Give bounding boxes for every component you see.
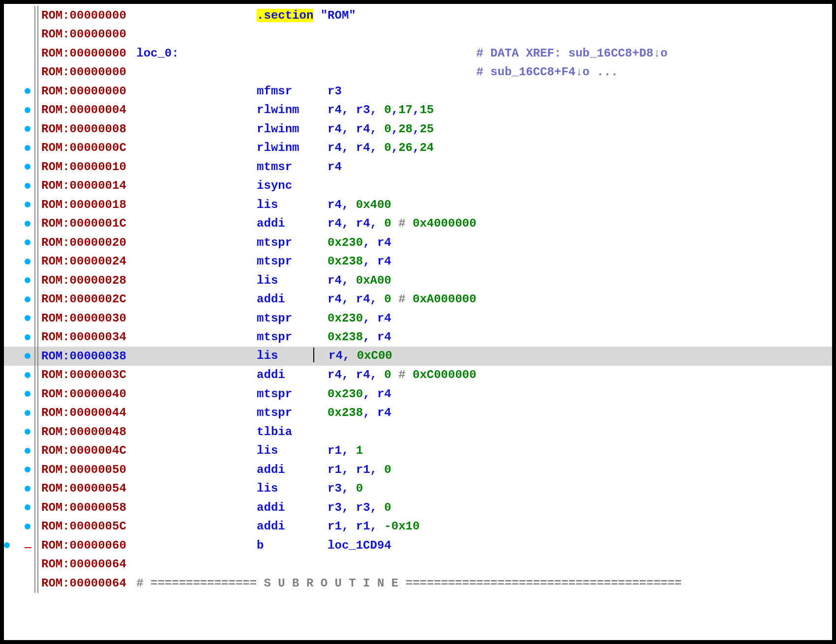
asm-line[interactable]: ROM:00000000 loc_0: # DATA XREF: sub_16C… (4, 44, 832, 63)
code-listing[interactable]: ROM:00000000 .section "ROM"ROM:00000000 … (4, 4, 832, 593)
breakpoint-icon[interactable] (25, 107, 30, 113)
operand-register[interactable]: r3 (328, 501, 342, 514)
asm-line[interactable]: ROM:00000010 mtmsr r4 (4, 157, 832, 176)
breakpoint-icon[interactable] (25, 202, 30, 207)
address[interactable]: ROM:00000028 (38, 274, 133, 287)
disassembly-view[interactable]: ROM:00000000 .section "ROM"ROM:00000000 … (4, 4, 832, 640)
operand-number[interactable]: 0x238 (328, 330, 363, 344)
asm-line[interactable]: ROM:00000018 lis r4, 0x400 (4, 195, 832, 214)
operand-register[interactable]: r1 (356, 463, 370, 476)
operand-register[interactable]: r4 (377, 406, 391, 419)
address[interactable]: ROM:00000000 (38, 47, 133, 60)
breakpoint-icon[interactable] (25, 164, 30, 170)
operand-register[interactable]: r4 (328, 274, 342, 287)
address[interactable]: ROM:00000010 (38, 160, 133, 174)
asm-line[interactable]: ROM:0000005C addi r1, r1, -0x10 (4, 517, 832, 536)
asm-line[interactable]: ROM:00000000 # sub_16CC8+F4↓o ... (4, 63, 832, 82)
operand-register[interactable]: r4 (356, 141, 370, 154)
operand-number[interactable]: 0xA00 (356, 274, 391, 287)
gutter[interactable] (4, 410, 34, 416)
address[interactable]: ROM:00000050 (38, 463, 133, 476)
operand-register[interactable]: loc_1CD94 (328, 539, 391, 552)
operand-register[interactable]: r4 (328, 198, 342, 211)
gutter[interactable] (4, 353, 34, 359)
operand-register[interactable]: r1 (328, 444, 342, 457)
asm-line[interactable]: ROM:00000044 mtspr 0x238, r4 (4, 404, 832, 423)
operand-number[interactable]: 0 (384, 122, 391, 136)
breakpoint-icon[interactable] (25, 429, 30, 435)
address[interactable]: ROM:00000004 (38, 103, 133, 117)
address[interactable]: ROM:00000058 (38, 501, 133, 514)
address[interactable]: ROM:00000060 (38, 539, 133, 552)
address[interactable]: ROM:0000004C (38, 444, 133, 457)
address[interactable]: ROM:00000020 (38, 236, 133, 249)
gutter[interactable] (4, 126, 34, 132)
gutter[interactable] (4, 467, 34, 472)
asm-line[interactable]: ROM:00000020 mtspr 0x230, r4 (4, 233, 832, 252)
address[interactable]: ROM:00000030 (38, 312, 133, 325)
breakpoint-icon[interactable] (25, 410, 30, 416)
gutter[interactable] (4, 391, 34, 397)
address[interactable]: ROM:00000064 (38, 557, 133, 571)
breakpoint-icon[interactable] (25, 391, 30, 397)
operand-number[interactable]: 15 (419, 103, 434, 117)
operand-register[interactable]: r4 (356, 217, 370, 230)
operand-register[interactable]: r4 (377, 387, 391, 401)
operand-number[interactable]: 0 (384, 501, 391, 514)
gutter[interactable] (4, 277, 34, 283)
operand-register[interactable]: r4 (377, 255, 391, 268)
asm-line[interactable]: ROM:00000064 # =============== S U B R O… (4, 574, 832, 593)
operand-register[interactable]: r4 (328, 217, 342, 230)
breakpoint-icon[interactable] (25, 239, 30, 245)
asm-line[interactable]: ROM:00000054 lis r3, 0 (4, 479, 832, 498)
operand-register[interactable]: r4 (328, 122, 342, 136)
address[interactable]: ROM:00000038 (38, 350, 133, 363)
operand-number[interactable]: 0 (384, 463, 391, 476)
asm-line[interactable]: ROM:00000048 tlbia (4, 422, 832, 441)
asm-line[interactable]: ROM:00000028 lis r4, 0xA00 (4, 271, 832, 290)
operand-register[interactable]: r4 (328, 103, 342, 117)
address[interactable]: ROM:00000000 (38, 9, 133, 22)
asm-line[interactable]: ROM:00000000 .section "ROM" (4, 6, 832, 25)
gutter[interactable] (4, 504, 34, 510)
operand-register[interactable]: r1 (328, 520, 342, 533)
operand-register[interactable]: r4 (356, 293, 370, 306)
breakpoint-icon[interactable] (25, 353, 30, 359)
operand-number[interactable]: 17 (398, 103, 413, 117)
gutter[interactable] (4, 164, 34, 170)
gutter[interactable] (4, 145, 34, 151)
operand-number[interactable]: 25 (419, 122, 434, 136)
operand-number[interactable]: 1 (356, 444, 363, 457)
breakpoint-icon[interactable] (25, 259, 30, 264)
address[interactable]: ROM:00000000 (38, 65, 133, 79)
address[interactable]: ROM:00000054 (38, 482, 133, 495)
address[interactable]: ROM:00000000 (38, 28, 133, 41)
operand-number[interactable]: 0x400 (356, 198, 391, 211)
breakpoint-icon[interactable] (25, 467, 30, 472)
operand-number[interactable]: 0x230 (328, 312, 363, 325)
gutter[interactable] (4, 315, 34, 321)
operand-register[interactable]: r3 (328, 85, 342, 98)
breakpoint-icon[interactable] (4, 542, 10, 548)
gutter[interactable] (4, 221, 34, 227)
breakpoint-icon[interactable] (25, 183, 30, 189)
gutter[interactable] (4, 524, 34, 529)
operand-number[interactable]: 0 (384, 368, 391, 381)
breakpoint-icon[interactable] (25, 504, 30, 510)
gutter[interactable] (4, 107, 34, 113)
asm-line[interactable]: ROM:00000034 mtspr 0x238, r4 (4, 328, 832, 347)
breakpoint-icon[interactable] (25, 277, 30, 283)
address[interactable]: ROM:00000040 (38, 387, 133, 401)
operand-number[interactable]: 0 (384, 141, 391, 154)
address[interactable]: ROM:00000044 (38, 406, 133, 419)
asm-line[interactable]: ROM:00000024 mtspr 0x238, r4 (4, 252, 832, 271)
gutter[interactable] (4, 334, 34, 340)
operand-register[interactable]: r3 (328, 482, 342, 495)
operand-register[interactable]: r4 (328, 141, 342, 154)
address[interactable]: ROM:0000005C (38, 520, 133, 533)
operand-register[interactable]: r4 (356, 368, 370, 381)
address[interactable]: ROM:00000048 (38, 425, 133, 439)
gutter[interactable] (4, 259, 34, 264)
gutter[interactable] (4, 486, 34, 492)
asm-line[interactable]: ROM:00000000 mfmsr r3 (4, 82, 832, 101)
